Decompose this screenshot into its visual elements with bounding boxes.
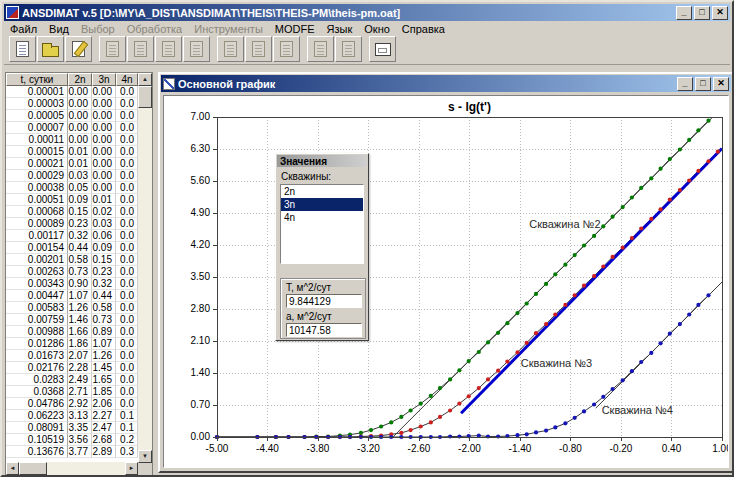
table-row[interactable]: 0.062233.132.270.1: [6, 410, 138, 422]
column-header-4n[interactable]: 4n: [116, 73, 138, 86]
open-folder-button[interactable]: [37, 36, 64, 62]
scroll-down-icon[interactable]: ▼: [138, 450, 152, 463]
data-point-2n: [544, 282, 548, 286]
menu-item-Файл[interactable]: Файл: [4, 22, 43, 36]
table-row[interactable]: 0.000150.010.000.0: [6, 146, 138, 158]
table-row[interactable]: 0.021762.281.450.0: [6, 362, 138, 374]
cell: 2.68: [92, 434, 116, 446]
scroll-left-icon[interactable]: ◄: [6, 462, 19, 475]
table-row[interactable]: 0.005831.260.580.0: [6, 302, 138, 314]
column-header-3n[interactable]: 3n: [92, 73, 116, 86]
vertical-scroll-thumb[interactable]: [138, 86, 152, 108]
data-point-2n: [496, 331, 500, 335]
data-point-2n: [687, 138, 691, 142]
cell: 2.49: [68, 374, 92, 386]
chart-minimize-button[interactable]: _: [677, 77, 693, 91]
chart-close-button[interactable]: ✕: [713, 77, 729, 91]
table-row[interactable]: 0.000010.000.000.0: [6, 86, 138, 98]
data-point-2n: [592, 234, 596, 238]
table-row[interactable]: 0.012861.861.070.0: [6, 338, 138, 350]
cell: 0.0: [116, 398, 138, 410]
wells-listbox[interactable]: 2n3n4n: [280, 184, 364, 264]
table-row[interactable]: 0.001170.320.060.0: [6, 230, 138, 242]
table-row[interactable]: 0.000290.030.000.0: [6, 170, 138, 182]
table-row[interactable]: 0.03682.711.850.0: [6, 386, 138, 398]
well-option-4n[interactable]: 4n: [281, 211, 363, 224]
new-document-button[interactable]: [9, 36, 36, 62]
table-horizontal-scrollbar[interactable]: ◄ ►: [6, 462, 138, 475]
x-tick-label: -0.80: [559, 443, 582, 454]
well-option-3n[interactable]: 3n: [281, 198, 363, 211]
data-point-2n: [553, 272, 557, 276]
data-point-2n: [467, 359, 471, 363]
table-row[interactable]: 0.000050.000.000.0: [6, 110, 138, 122]
table-row[interactable]: 0.002010.580.150.0: [6, 254, 138, 266]
close-button[interactable]: ✕: [712, 6, 728, 20]
table-row[interactable]: 0.080913.352.470.1: [6, 422, 138, 434]
table-vertical-scrollbar[interactable]: ▲ ▼: [138, 73, 152, 463]
table-row[interactable]: 0.000070.000.000.0: [6, 122, 138, 134]
table-row[interactable]: 0.003430.900.320.0: [6, 278, 138, 290]
table-row[interactable]: 0.000510.090.010.0: [6, 194, 138, 206]
cell: 0.0283: [6, 374, 68, 386]
menu-item-Язык[interactable]: Язык: [321, 22, 359, 36]
cell: 0.73: [68, 266, 92, 278]
data-point-3n: [438, 415, 442, 419]
table-row[interactable]: 0.001540.440.090.0: [6, 242, 138, 254]
table-row[interactable]: 0.000380.050.000.0: [6, 182, 138, 194]
scroll-right-icon[interactable]: ►: [125, 462, 138, 475]
cell: 0.00: [68, 98, 92, 110]
values-panel-titlebar[interactable]: Значения: [277, 155, 367, 167]
window-button[interactable]: [369, 36, 396, 62]
table-row[interactable]: 0.000110.000.000.0: [6, 134, 138, 146]
column-header-t[interactable]: t, сутки: [6, 73, 68, 86]
menu-item-MODFE[interactable]: MODFE: [269, 22, 321, 36]
table-row[interactable]: 0.000030.000.000.0: [6, 98, 138, 110]
diffusivity-field[interactable]: [286, 323, 362, 337]
table-row[interactable]: 0.000680.150.020.0: [6, 206, 138, 218]
transmissivity-field[interactable]: [286, 294, 362, 308]
text-document-button: [273, 36, 300, 62]
table-row[interactable]: 0.009881.660.890.0: [6, 326, 138, 338]
data-point-3n: [621, 246, 625, 250]
y-tick-label: 0.70: [191, 399, 211, 410]
data-point-3n: [659, 207, 663, 211]
well-option-2n[interactable]: 2n: [281, 185, 363, 198]
data-point-2n: [639, 186, 643, 190]
table-row[interactable]: 0.007591.460.730.0: [6, 314, 138, 326]
table-row[interactable]: 0.000890.230.030.0: [6, 218, 138, 230]
scroll-up-icon[interactable]: ▲: [138, 73, 152, 86]
maximize-button[interactable]: □: [694, 6, 710, 20]
cell: 0.0: [116, 350, 138, 362]
table-row[interactable]: 0.136763.772.890.3: [6, 446, 138, 458]
menu-item-Справка[interactable]: Справка: [396, 22, 451, 36]
table-row[interactable]: 0.004471.070.440.0: [6, 290, 138, 302]
table-row[interactable]: 0.016732.071.260.0: [6, 350, 138, 362]
data-point-2n: [438, 386, 442, 390]
y-tick-label: 5.60: [191, 175, 211, 186]
minimize-button[interactable]: _: [676, 6, 692, 20]
table-header: t, сутки2n3n4n: [6, 73, 138, 86]
data-point-3n: [515, 350, 519, 354]
table-row[interactable]: 0.002630.730.230.0: [6, 266, 138, 278]
data-point-4n: [601, 395, 605, 399]
column-header-2n[interactable]: 2n: [68, 73, 92, 86]
table-row[interactable]: 0.047862.922.060.0: [6, 398, 138, 410]
cell: 0.00154: [6, 242, 68, 254]
chart-maximize-button[interactable]: □: [695, 77, 711, 91]
menu-item-Вид[interactable]: Вид: [43, 22, 75, 36]
table-document-icon: [106, 41, 119, 57]
menu-item-Окно[interactable]: Окно: [358, 22, 396, 36]
data-point-3n: [409, 428, 413, 432]
table-row[interactable]: 0.02832.491.650.0: [6, 374, 138, 386]
table-row[interactable]: 0.105193.562.680.2: [6, 434, 138, 446]
horizontal-scroll-thumb[interactable]: [19, 462, 47, 475]
chart-window-titlebar[interactable]: Основной график _ □ ✕: [161, 75, 731, 92]
table-body[interactable]: 0.000010.000.000.00.000030.000.000.00.00…: [6, 86, 138, 463]
main-titlebar[interactable]: ANSDIMAT v.5 [D:\MY\A_DIST\ANSDIMAT\THEI…: [4, 4, 730, 21]
cell: 0.00583: [6, 302, 68, 314]
table-row[interactable]: 0.000210.010.000.0: [6, 158, 138, 170]
data-point-4n: [553, 425, 557, 429]
edit-pencil-button[interactable]: [65, 36, 92, 62]
y-tick-label: 3.50: [191, 271, 211, 282]
